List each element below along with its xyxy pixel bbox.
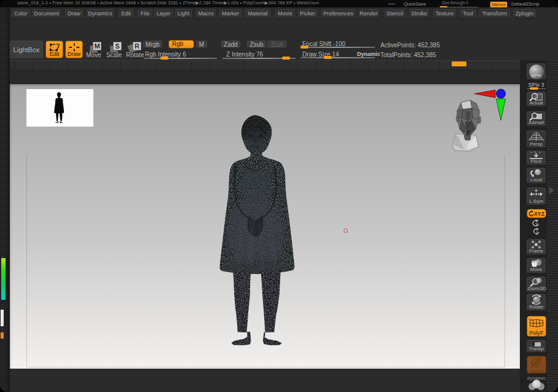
svg-text:Y: Y xyxy=(535,222,538,227)
svg-text:Z: Z xyxy=(536,231,538,235)
